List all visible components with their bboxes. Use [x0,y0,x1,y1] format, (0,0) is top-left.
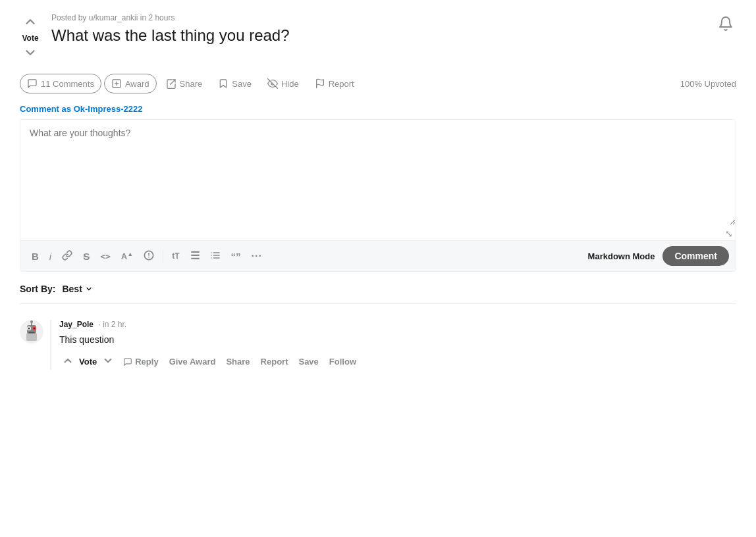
save-label: Save [232,79,252,89]
comment-item: Jay_Pole · in 2 hr. This question Vote [20,320,736,370]
comment-toolbar: B i S <> A▲ tT ☰ [20,240,736,271]
share-button[interactable]: Share [159,74,209,93]
post-title: What was the last thing you read? [51,25,705,45]
comment-save-label: Save [298,357,318,367]
hide-button[interactable]: Hide [261,74,306,93]
reply-label: Reply [135,357,158,367]
comment-downvote-button[interactable] [99,353,117,370]
comment-author: Jay_Pole [59,320,94,329]
quote-button[interactable]: “” [227,248,246,265]
svg-point-19 [28,328,30,330]
comment-submit-button[interactable]: Comment [662,246,729,266]
post-content: Posted by u/kumar_ankii in 2 hours What … [51,13,705,45]
sort-bar: Sort By: Best [20,282,736,304]
save-button[interactable]: Save [211,74,258,93]
share-label: Share [180,79,203,89]
comment-section: Jay_Pole · in 2 hr. This question Vote [20,315,736,370]
bold-button[interactable]: B [27,248,43,265]
upvote-button[interactable] [22,13,39,32]
comment-upvote-button[interactable] [59,353,76,370]
give-award-label: Give Award [169,357,216,367]
comments-label: 11 Comments [41,79,94,89]
toolbar-separator-1 [163,249,163,263]
report-button[interactable]: Report [308,74,361,93]
downvote-button[interactable] [22,44,39,63]
comment-meta: Jay_Pole · in 2 hr. [59,320,736,329]
comment-text: This question [59,333,736,347]
link-button[interactable] [57,247,77,265]
comment-report-label: Report [261,357,288,367]
code-button[interactable]: <> [95,249,115,264]
award-button[interactable]: Award [104,74,157,93]
svg-point-23 [30,320,33,323]
heading-button[interactable]: tT [167,249,184,263]
award-label: Award [125,79,149,89]
resize-handle: ⤡ [20,227,736,240]
avatar [20,320,43,344]
svg-rect-21 [28,332,35,333]
vote-section: Vote [20,13,41,63]
comment-box: ⤡ B i S <> A▲ tT ☰ [20,119,736,272]
comment-follow-label: Follow [329,357,356,367]
sort-dropdown[interactable]: Best [59,282,95,295]
comment-time: in 2 hr. [103,320,126,329]
superscript-button[interactable]: A▲ [117,248,138,264]
comment-reply-button[interactable]: Reply [119,355,162,369]
comment-actions: Vote Reply Give Award [59,353,736,370]
comment-vote-label: Vote [79,357,97,367]
comment-follow-button[interactable]: Follow [325,355,360,369]
italic-button[interactable]: i [45,248,56,265]
comment-share-button[interactable]: Share [222,355,254,369]
action-bar: 11 Comments Award Share Save Hide [20,74,736,93]
vote-label: Vote [22,34,38,43]
bullet-list-button[interactable]: ☰ [186,247,204,265]
comment-section-header: Comment as Ok-Impress-2222 ⤡ B i S <> A▲ [20,104,736,272]
comment-as: Comment as Ok-Impress-2222 [20,104,736,114]
comment-dot: · [98,320,100,329]
comment-report-button[interactable]: Report [257,355,292,369]
comment-body: Jay_Pole · in 2 hr. This question Vote [50,320,736,370]
spoiler-button[interactable] [139,247,159,265]
report-label: Report [329,79,354,89]
comment-vote: Vote [59,353,117,370]
notification-icon[interactable] [715,13,736,38]
sort-value: Best [62,284,82,294]
svg-rect-15 [26,333,37,341]
comments-button[interactable]: 11 Comments [20,74,101,93]
sort-label: Sort By: [20,284,55,294]
hide-label: Hide [281,79,299,89]
comment-give-award-button[interactable]: Give Award [165,355,220,369]
comment-textarea[interactable] [20,120,736,225]
chevron-down-icon [85,285,93,293]
markdown-mode-button[interactable]: Markdown Mode [581,247,662,265]
post-header: Vote Posted by u/kumar_ankii in 2 hours … [20,13,736,63]
comment-share-label: Share [226,357,250,367]
upvoted-label: 100% Upvoted [680,79,736,89]
comment-save-button[interactable]: Save [294,355,322,369]
numbered-list-button[interactable] [205,247,225,265]
post-meta: Posted by u/kumar_ankii in 2 hours [51,13,705,22]
more-button[interactable]: ··· [247,247,267,265]
strikethrough-button[interactable]: S [78,248,94,265]
svg-point-20 [34,328,36,330]
